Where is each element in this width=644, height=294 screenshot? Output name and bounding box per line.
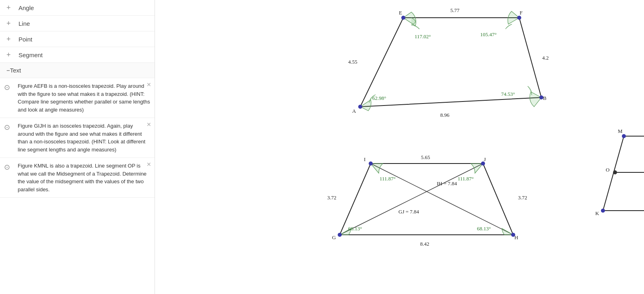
- sidebar-item-point[interactable]: + Point: [0, 31, 155, 47]
- point-A[interactable]: [358, 105, 362, 109]
- sector-E: [403, 12, 416, 26]
- geometry-canvas[interactable]: A E F B 5.77 8.96 4.55 4.2 117.02° 105.4…: [155, 0, 644, 294]
- plus-icon: +: [6, 35, 14, 43]
- side-FB: 4.2: [542, 55, 549, 61]
- sidebar-item-line[interactable]: + Line: [0, 16, 155, 31]
- diagonal-GJ: [340, 164, 483, 235]
- point-I[interactable]: [369, 161, 373, 166]
- angle-B: 74.53°: [501, 91, 515, 97]
- side-IJ: 5.65: [421, 154, 430, 160]
- sidebar-item-segment[interactable]: + Segment: [0, 47, 155, 63]
- sidebar-item-line-label: Line: [19, 20, 30, 27]
- move-icon-3: ⊙: [4, 163, 15, 172]
- text-item-1: ⊙ Figure AEFB is a non-isosceles trapezo…: [0, 78, 155, 118]
- label-G: G: [332, 234, 336, 240]
- minus-icon: −: [6, 67, 10, 74]
- sidebar-item-text[interactable]: − Text: [0, 63, 155, 78]
- angle-E: 117.02°: [415, 33, 431, 39]
- label-A: A: [352, 108, 356, 114]
- sidebar-item-text-label: Text: [10, 67, 21, 74]
- label-IH: IH = 7.84: [437, 180, 457, 186]
- close-icon-1[interactable]: ✕: [147, 81, 151, 88]
- sidebar-item-segment-label: Segment: [19, 52, 43, 58]
- plus-icon: +: [6, 4, 14, 11]
- side-JH: 3.72: [518, 195, 527, 201]
- plus-icon: +: [6, 51, 14, 58]
- text-item-2: ⊙ Figure GIJH is an isosceles trapezoid.…: [0, 118, 155, 158]
- trapezoid2-shape: [340, 164, 513, 235]
- text-item-3: ⊙ Figure KMNL is also a trapezoid. Line …: [0, 158, 155, 198]
- move-icon-2: ⊙: [4, 123, 15, 132]
- side-AE: 4.55: [348, 59, 357, 65]
- angle-I: 111.87°: [380, 176, 396, 182]
- text-item-2-content: Figure GIJH is an isosceles trapezoid. A…: [18, 122, 151, 153]
- sidebar: + Angle + Line + Point + Segment − Text …: [0, 0, 155, 294]
- point-O[interactable]: [613, 170, 617, 174]
- side-EF: 5.77: [450, 7, 460, 13]
- label-E: E: [399, 10, 402, 16]
- side-GI: 3.72: [327, 195, 336, 201]
- move-icon-1: ⊙: [4, 83, 15, 92]
- sidebar-item-angle[interactable]: + Angle: [0, 0, 155, 16]
- point-K[interactable]: [601, 209, 605, 213]
- label-B: B: [543, 95, 547, 101]
- label-I: I: [364, 156, 365, 162]
- angle-A: 62.98°: [372, 95, 386, 101]
- point-E[interactable]: [401, 16, 405, 20]
- angle-H: 68.13°: [477, 226, 491, 232]
- diagonal-IH: [371, 164, 513, 235]
- close-icon-3[interactable]: ✕: [147, 161, 151, 168]
- label-K: K: [595, 210, 599, 216]
- point-F[interactable]: [517, 16, 521, 20]
- text-item-3-content: Figure KMNL is also a trapezoid. Line se…: [18, 162, 151, 193]
- angle-J: 111.87°: [458, 176, 474, 182]
- angle-G: 68.13°: [348, 226, 362, 232]
- label-O: O: [606, 167, 609, 173]
- sidebar-item-angle-label: Angle: [19, 4, 34, 11]
- plus-icon: +: [6, 20, 14, 27]
- sector-B: [530, 92, 541, 107]
- side-GH: 8.42: [420, 241, 429, 247]
- side-AB: 8.96: [440, 112, 450, 118]
- label-M: M: [618, 128, 623, 134]
- angle-F: 105.47°: [480, 31, 497, 37]
- label-GJ: GJ = 7.84: [398, 209, 419, 215]
- label-H: H: [514, 234, 518, 240]
- sector-A: [360, 100, 371, 111]
- point-M[interactable]: [622, 134, 626, 138]
- label-F: F: [520, 10, 522, 16]
- close-icon-2[interactable]: ✕: [147, 121, 151, 128]
- point-G[interactable]: [338, 233, 342, 237]
- trapezoid3-shape: [603, 136, 644, 211]
- label-J: J: [484, 156, 486, 162]
- sidebar-item-point-label: Point: [19, 36, 32, 43]
- text-item-1-content: Figure AEFB is a non-isosceles trapezoid…: [18, 82, 151, 114]
